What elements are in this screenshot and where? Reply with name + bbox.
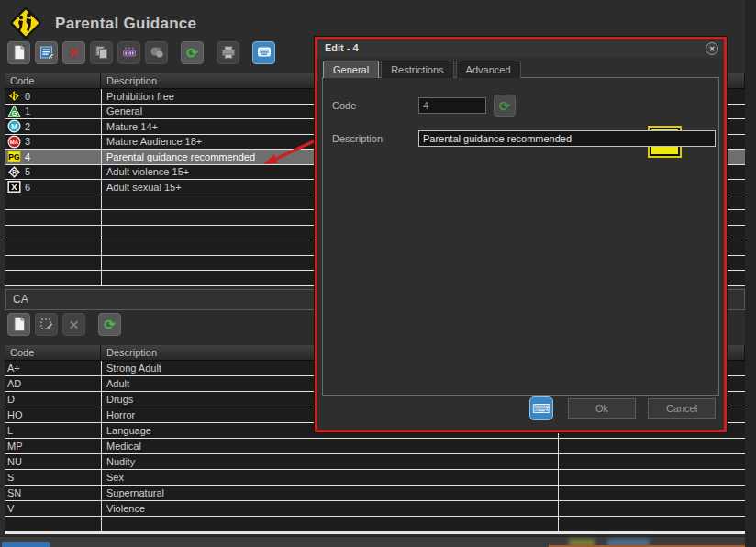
- delete-button[interactable]: ✕: [62, 41, 85, 64]
- new-document-icon: [11, 316, 28, 334]
- app-window: Parental Guidance ✕ ⟳: [0, 0, 756, 547]
- dialog-titlebar[interactable]: Edit - 4 ✕: [317, 39, 724, 58]
- svg-text:M: M: [11, 122, 17, 131]
- column-header-code[interactable]: Code: [5, 345, 101, 360]
- row-code: 3: [25, 136, 30, 147]
- row-code: L: [5, 423, 101, 438]
- delete-icon: ✕: [68, 46, 80, 60]
- code-field[interactable]: [418, 97, 486, 114]
- ma-circle-icon: MA: [7, 135, 21, 149]
- svg-text:R: R: [12, 169, 17, 175]
- keyboard-icon: ⌨: [532, 401, 550, 416]
- tab-restrictions[interactable]: Restrictions: [381, 61, 453, 78]
- code-refresh-button[interactable]: ⟳: [494, 95, 516, 117]
- row-code: 1: [25, 106, 30, 117]
- svg-text:G: G: [12, 110, 17, 117]
- taskbar-sliver: [0, 536, 756, 547]
- refresh-button[interactable]: ⟳: [181, 41, 204, 64]
- dialog-content: Code ⟳ PG Description: [322, 77, 719, 396]
- cancel-button[interactable]: Cancel: [648, 398, 716, 419]
- edit-document-icon: [39, 44, 55, 62]
- ca-delete-button[interactable]: ✕: [62, 313, 85, 336]
- table-row[interactable]: NUNudity: [5, 454, 745, 470]
- ca-new-document-button[interactable]: [7, 313, 30, 336]
- m-circle-icon: M: [7, 119, 21, 133]
- row-code: S: [5, 470, 101, 485]
- column-divider: [101, 89, 102, 286]
- row-code: 6: [25, 182, 30, 193]
- dialog-footer: ⌨ Ok Cancel: [322, 391, 719, 425]
- crossing-sign-icon: [7, 89, 21, 103]
- stamp-button[interactable]: [145, 41, 168, 64]
- new-document-button[interactable]: [7, 41, 30, 64]
- row-description: Nudity: [101, 454, 745, 469]
- table-row[interactable]: SNSupernatural: [5, 486, 745, 501]
- svg-text:MA: MA: [10, 140, 19, 145]
- row-description: Medical: [101, 439, 745, 453]
- refresh-icon: ⟳: [499, 99, 511, 113]
- delete-disabled-icon: ✕: [69, 318, 80, 331]
- row-description: Supernatural: [101, 486, 745, 500]
- table-row[interactable]: SSex: [5, 470, 745, 486]
- main-toolbar: ✕ ⟳: [7, 41, 275, 64]
- close-icon[interactable]: ✕: [706, 42, 718, 55]
- row-code: HO: [5, 407, 101, 422]
- column-divider: [101, 361, 102, 532]
- ca-edit-button[interactable]: [35, 313, 58, 336]
- g-triangle-icon: G: [7, 105, 21, 118]
- print-icon: [220, 44, 237, 62]
- children-crossing-sign-icon: [7, 5, 44, 43]
- edit-disabled-icon: [39, 316, 55, 334]
- row-code: 0: [25, 91, 30, 102]
- pg-square-icon: PG: [7, 150, 21, 163]
- copy-button[interactable]: [90, 41, 113, 64]
- row-code: V: [5, 501, 101, 516]
- description-label: Description: [332, 133, 383, 144]
- print-button[interactable]: [217, 41, 239, 64]
- row-code: 4: [25, 151, 30, 162]
- ca-refresh-button[interactable]: ⟳: [98, 313, 121, 336]
- refresh-icon: ⟳: [104, 318, 116, 331]
- svg-text:X: X: [11, 182, 17, 192]
- column-header-code[interactable]: Code: [5, 73, 101, 88]
- copy-icon: [94, 44, 110, 62]
- tab-general[interactable]: General: [323, 61, 379, 78]
- page-title: Parental Guidance: [55, 15, 196, 33]
- new-document-icon: [11, 44, 28, 62]
- taskbar-blue-segment: [2, 542, 50, 547]
- edit-button[interactable]: [35, 41, 58, 64]
- row-code: AD: [5, 376, 101, 391]
- row-code: MP: [5, 439, 101, 453]
- code-label: Code: [332, 100, 356, 111]
- table-row[interactable]: VViolence: [5, 501, 745, 517]
- row-description: Violence: [101, 501, 745, 516]
- r-diamond-icon: R: [7, 165, 21, 179]
- refresh-icon: ⟳: [186, 46, 198, 60]
- row-code: 2: [25, 121, 30, 132]
- description-field[interactable]: [418, 130, 716, 147]
- tab-advanced[interactable]: Advanced: [456, 61, 521, 78]
- dialog-title: Edit - 4: [325, 42, 359, 53]
- row-description: Sex: [101, 470, 745, 485]
- stamp-disabled-icon: [149, 44, 165, 62]
- display-button[interactable]: [252, 41, 275, 64]
- window-right-edge: [745, 0, 756, 547]
- table-row[interactable]: MPMedical: [5, 439, 745, 454]
- edit-dialog: Edit - 4 ✕ General Restrictions Advanced…: [315, 37, 727, 432]
- empty-row[interactable]: [5, 517, 745, 532]
- row-code: NU: [5, 454, 101, 469]
- row-code: 5: [25, 166, 30, 177]
- barcode-icon: [121, 44, 138, 62]
- row-code: A+: [5, 361, 101, 375]
- keyboard-button[interactable]: ⌨: [529, 396, 553, 420]
- ca-toolbar: ✕ ⟳: [7, 313, 121, 336]
- barcode-button[interactable]: [117, 41, 140, 64]
- x-square-icon: X: [7, 180, 21, 194]
- svg-text:PG: PG: [8, 152, 20, 162]
- ok-button[interactable]: Ok: [568, 398, 636, 419]
- row-code: D: [5, 392, 101, 407]
- app-header: Parental Guidance: [7, 5, 196, 43]
- dialog-tabs: General Restrictions Advanced: [323, 61, 521, 78]
- row-code: SN: [5, 486, 101, 500]
- display-icon: [256, 44, 272, 62]
